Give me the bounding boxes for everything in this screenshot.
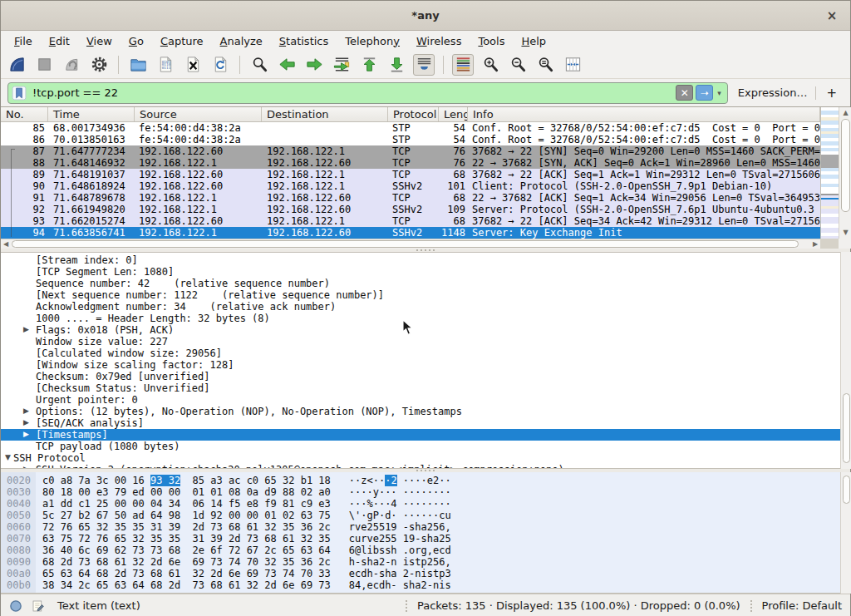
detail-line[interactable]: ▼SSH Protocol [1,452,840,464]
detail-line[interactable]: Checksum: 0x79ed [unverified] [1,371,840,382]
menu-analyze[interactable]: Analyze [212,32,271,50]
hex-ascii[interactable]: rve25519 -sha256, [349,521,451,533]
hex-ascii[interactable]: 6@libssh .org,ecd [349,545,451,556]
packet-row-87[interactable]: 8771.647777234192.168.122.60192.168.122.… [1,145,820,157]
menu-help[interactable]: Help [513,32,554,50]
colorize-icon[interactable] [452,54,474,76]
close-icon[interactable]: × [824,7,840,24]
zoom-original-icon[interactable] [534,54,556,76]
go-back-icon[interactable] [276,54,298,76]
hex-row-0070[interactable]: 007063 75 72 76 65 32 35 35 31 39 2d 73 … [1,533,840,545]
detail-line[interactable]: Urgent pointer: 0 [1,394,840,406]
packet-row-91[interactable]: 9171.648789678192.168.122.1192.168.122.6… [1,192,820,204]
detail-line[interactable]: [Checksum Status: Unverified] [1,382,840,394]
go-to-packet-icon[interactable] [331,54,352,76]
hex-bytes[interactable]: 36 40 6c 69 62 73 73 68 2e 6f 72 67 2c 6… [42,545,331,556]
filter-bookmark-icon[interactable] [11,85,27,101]
detail-line[interactable]: 1000 .... = Header Length: 32 bytes (8) [1,313,840,324]
hex-row-0060[interactable]: 006072 76 65 32 35 35 31 39 2d 73 68 61 … [1,521,840,533]
detail-line[interactable]: [Next sequence number: 1122 (relative se… [1,289,840,301]
display-filter-input[interactable]: !tcp.port == 22 ✕ ➝ ▾ [7,82,728,104]
hex-bytes[interactable]: 5c 27 b2 67 50 ad 64 98 1d 92 00 00 01 0… [42,510,331,521]
filter-dropdown-icon[interactable]: ▾ [717,89,721,97]
menu-view[interactable]: View [78,32,121,50]
go-forward-icon[interactable] [303,54,325,76]
menu-tools[interactable]: Tools [470,32,513,50]
hex-row-0020[interactable]: 0020c0 a8 7a 3c 00 16 93 32 85 a3 ac c0 … [1,475,840,486]
expand-arrow-icon[interactable]: ▶ [23,417,29,428]
hex-row-0090[interactable]: 009068 2d 73 68 61 32 2d 6e 69 73 74 70 … [1,556,840,568]
add-filter-button[interactable]: + [826,86,837,101]
menu-capture[interactable]: Capture [152,32,212,50]
hex-bytes[interactable]: 80 18 00 e3 79 ed 00 00 01 01 08 0a d9 8… [42,486,331,498]
status-profile[interactable]: Profile: Default [762,599,842,612]
capture-options-icon[interactable] [88,54,110,76]
hex-ascii[interactable]: h-sha2-n istp256, [349,556,451,568]
hex-ascii[interactable]: \'·gP·d· ······cu [349,510,451,521]
packet-row-88[interactable]: 8871.648146932192.168.122.1192.168.122.6… [1,157,820,169]
packet-list-vscrollbar[interactable]: ▲ ▼ [839,107,851,239]
packet-row-85[interactable]: 8568.001734936fe:54:00:d4:38:2aSTP54Conf… [1,122,820,134]
detail-line[interactable]: ▶[SEQ/ACK analysis] [1,417,840,429]
go-first-icon[interactable] [358,54,380,76]
restart-capture-icon[interactable] [61,54,82,76]
detail-line[interactable]: ▶[Timestamps] [1,429,840,441]
column-header-destination[interactable]: Destination [262,107,388,121]
detail-line[interactable]: [TCP Segment Len: 1080] [1,266,840,278]
hex-row-0050[interactable]: 00505c 27 b2 67 50 ad 64 98 1d 92 00 00 … [1,510,840,521]
detail-line[interactable]: [Calculated window size: 29056] [1,347,840,359]
status-divider-2[interactable] [750,600,752,612]
hex-ascii[interactable]: ecdh-sha 2-nistp3 [349,568,451,579]
hex-ascii[interactable]: ····y··· ········ [349,486,451,498]
menu-wireless[interactable]: Wireless [408,32,470,50]
column-header-source[interactable]: Source [135,107,262,121]
bytes-vscrollbar[interactable] [840,472,851,594]
zoom-in-icon[interactable] [480,54,501,76]
filter-apply-button[interactable]: ➝ [696,85,713,101]
hex-row-0030[interactable]: 003080 18 00 e3 79 ed 00 00 01 01 08 0a … [1,486,840,498]
detail-line[interactable]: [Stream index: 0] [1,254,840,266]
packet-row-89[interactable]: 8971.648191037192.168.122.60192.168.122.… [1,169,820,180]
packet-list-hscroll-thumb[interactable] [12,240,799,248]
zoom-out-icon[interactable] [507,54,529,76]
column-header-info[interactable]: Info [468,107,820,121]
expand-arrow-icon[interactable]: ▶ [23,429,29,440]
packet-row-94[interactable]: 9471.663856741192.168.122.1192.168.122.6… [1,227,820,239]
find-packet-icon[interactable] [248,54,270,76]
capture-comment-icon[interactable] [31,599,46,614]
reload-file-icon[interactable] [209,54,231,76]
expert-info-icon[interactable] [8,599,23,614]
packet-minimap[interactable] [820,107,839,239]
collapse-arrow-icon[interactable]: ▼ [5,452,11,463]
filter-clear-button[interactable]: ✕ [676,85,693,101]
detail-line[interactable]: ▶Options: (12 bytes), No-Operation (NOP)… [1,406,840,417]
go-last-icon[interactable] [386,54,407,76]
hex-bytes[interactable]: a1 dd c1 25 00 00 04 34 06 14 f5 e8 f9 8… [42,498,331,510]
hex-ascii[interactable]: 84,ecdh- sha2-nis [349,579,451,591]
hex-bytes[interactable]: 68 2d 73 68 61 32 2d 6e 69 73 74 70 32 3… [42,556,331,568]
menu-edit[interactable]: Edit [41,32,78,50]
column-header-protocol[interactable]: Protocol [388,107,439,121]
packet-row-92[interactable]: 9271.661949820192.168.122.1192.168.122.6… [1,204,820,215]
menu-file[interactable]: File [6,32,41,50]
status-divider[interactable] [406,600,407,612]
hex-row-0040[interactable]: 0040a1 dd c1 25 00 00 04 34 06 14 f5 e8 … [1,498,840,510]
packet-list-vscroll-thumb[interactable] [841,119,850,212]
packet-row-90[interactable]: 9071.648618924192.168.122.60192.168.122.… [1,180,820,192]
hex-row-00a0[interactable]: 00a065 63 64 68 2d 73 68 61 32 2d 6e 69 … [1,568,840,579]
detail-vscroll-thumb[interactable] [843,393,850,463]
save-file-icon[interactable]: 010101100111 [155,54,176,76]
titlebar[interactable]: *any × [1,1,850,31]
bytes-vscroll-thumb[interactable] [843,476,850,504]
menu-statistics[interactable]: Statistics [271,32,337,50]
hex-bytes[interactable]: 65 63 64 68 2d 73 68 61 32 2d 6e 69 73 7… [42,568,331,579]
detail-line[interactable]: Sequence number: 42 (relative sequence n… [1,278,840,289]
detail-vscrollbar[interactable] [840,252,851,469]
packet-row-93[interactable]: 9371.662015274192.168.122.60192.168.122.… [1,215,820,227]
hex-bytes[interactable]: 72 76 65 32 35 35 31 39 2d 73 68 61 32 3… [42,521,331,533]
close-file-icon[interactable] [182,54,204,76]
hex-bytes[interactable]: 38 34 2c 65 63 64 68 2d 73 68 61 32 2d 6… [42,579,331,591]
open-file-icon[interactable] [127,54,149,76]
packet-list-hscrollbar[interactable]: ◀ ▶ [1,239,820,249]
hex-ascii[interactable]: ··z<···2 ····e2·· [349,475,451,486]
